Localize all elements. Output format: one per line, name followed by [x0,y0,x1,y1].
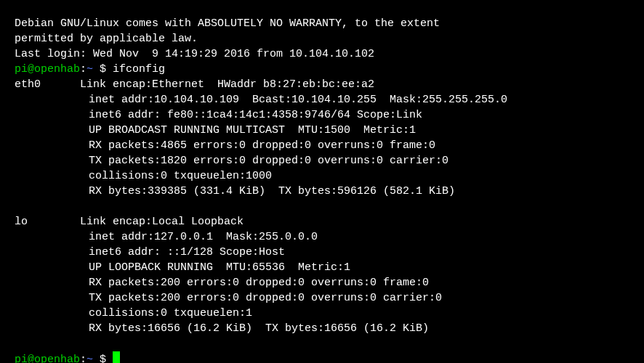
ifconfig-eth0-header: eth0 Link encap:Ethernet HWaddr b8:27:eb… [15,77,629,92]
blank-line [15,199,629,214]
ifconfig-detail: Link encap:Ethernet HWaddr b8:27:eb:bc:e… [80,78,374,91]
prompt-symbol: $ [100,354,113,363]
motd-line: Debian GNU/Linux comes with ABSOLUTELY N… [15,16,629,31]
ifconfig-detail: inet6 addr: fe80::1ca4:14c1:4358:9746/64… [15,107,629,123]
ifconfig-detail: Link encap:Local Loopback [80,216,243,228]
prompt-colon: : [80,63,86,76]
prompt-line-active[interactable]: pi@openhab:~ $ [15,351,629,363]
ifconfig-detail: TX packets:200 errors:0 dropped:0 overru… [15,290,629,306]
prompt-path: ~ [86,354,100,363]
ifconfig-detail: collisions:0 txqueuelen:1 [15,306,629,321]
command-text: ifconfig [113,63,165,76]
prompt-line: pi@openhab:~ $ ifconfig [15,62,629,77]
ifconfig-detail: TX packets:1820 errors:0 dropped:0 overr… [15,153,629,168]
ifconfig-detail: RX bytes:339385 (331.4 KiB) TX bytes:596… [15,184,629,199]
ifconfig-detail: inet addr:127.0.0.1 Mask:255.0.0.0 [15,229,629,245]
prompt-userhost: pi@openhab [15,354,80,363]
ifconfig-lo-header: lo Link encap:Local Loopback [15,214,629,229]
last-login-line: Last login: Wed Nov 9 14:19:29 2016 from… [15,46,629,62]
ifconfig-detail: RX packets:200 errors:0 dropped:0 overru… [15,275,629,290]
ifconfig-detail: RX bytes:16656 (16.2 KiB) TX bytes:16656… [15,321,629,336]
motd-line: permitted by applicable law. [15,31,629,46]
ifconfig-detail: RX packets:4865 errors:0 dropped:0 overr… [15,138,629,153]
ifconfig-detail: inet6 addr: ::1/128 Scope:Host [15,245,629,260]
interface-name: lo [15,216,28,228]
interface-name: eth0 [15,78,41,91]
ifconfig-detail: collisions:0 txqueuelen:1000 [15,168,629,184]
prompt-path: ~ [86,63,100,76]
padding [28,216,80,228]
prompt-symbol: $ [100,63,113,76]
terminal-output[interactable]: Debian GNU/Linux comes with ABSOLUTELY N… [15,16,629,363]
ifconfig-detail: UP LOOPBACK RUNNING MTU:65536 Metric:1 [15,260,629,275]
cursor-icon [113,351,120,363]
padding [41,78,80,91]
prompt-colon: : [80,354,86,363]
ifconfig-detail: UP BROADCAST RUNNING MULTICAST MTU:1500 … [15,123,629,138]
prompt-userhost: pi@openhab [15,63,80,76]
blank-line [15,336,629,351]
ifconfig-detail: inet addr:10.104.10.109 Bcast:10.104.10.… [15,92,629,107]
